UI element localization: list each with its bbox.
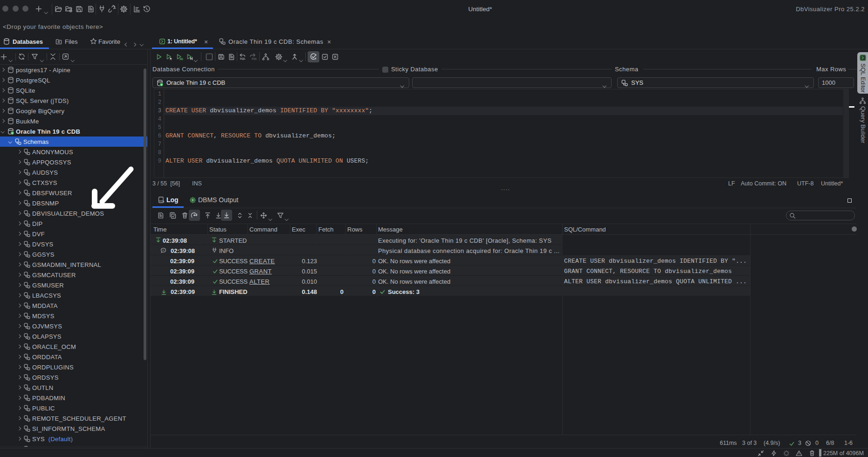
svg-text:SQL: SQL (240, 57, 246, 60)
svg-text:SQL: SQL (252, 57, 257, 60)
